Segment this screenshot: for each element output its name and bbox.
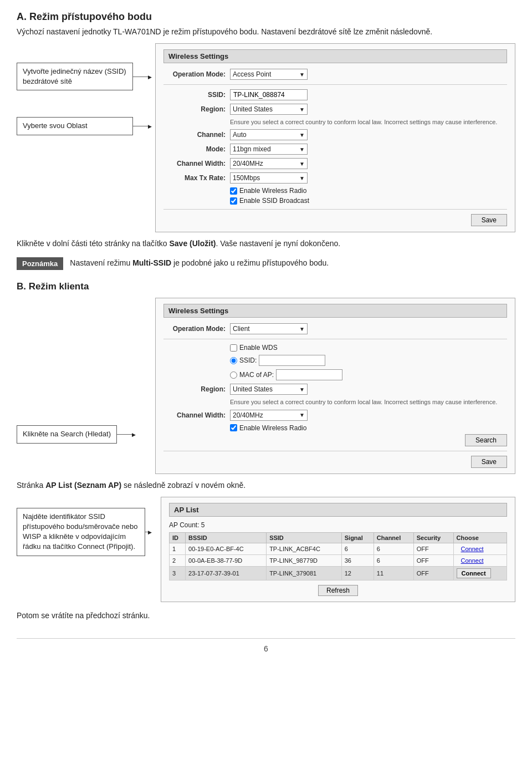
ap-list-left: Najděte identifikátor SSID přístupového … [17, 497, 150, 556]
cell-ssid: TP-LINK_98779D [267, 554, 342, 566]
col-channel: Channel [374, 532, 413, 543]
ws1-operation-mode-row: Operation Mode: Access Point ▼ [163, 69, 507, 80]
connect-button-1[interactable]: Connect [457, 545, 488, 553]
select-arrow-icon: ▼ [299, 72, 305, 78]
section-a-title: A. Režim přístupového bodu [17, 11, 515, 23]
outro-text: Potom se vrátíte na předchozí stránku. [17, 610, 515, 622]
ws2-channel-width-row: Channel Width: 20/40MHz ▼ [163, 410, 507, 421]
ssid-text-input[interactable] [259, 355, 325, 366]
ws1-channel-width-select[interactable]: 20/40MHz ▼ [230, 158, 308, 169]
note-box: Poznámka Nastavení režimu Multi-SSID je … [17, 257, 515, 270]
mac-radio-label: MAC of AP: [239, 371, 274, 379]
ws2-channel-width-label: Channel Width: [163, 411, 230, 419]
ws1-save-button[interactable]: Save [471, 214, 507, 226]
cell-id: 2 [170, 554, 186, 566]
save-instruction: Klikněte v dolní části této stránky na t… [17, 238, 515, 249]
wireless-settings-box-2: Wireless Settings Operation Mode: Client… [155, 298, 515, 473]
section-b-left: Klikněte na Search (Hledat) ▶ [17, 298, 150, 443]
find-annotation-row: Najděte identifikátor SSID přístupového … [17, 508, 150, 556]
ws1-max-tx-label: Max Tx Rate: [163, 174, 230, 182]
ap-list-section: Najděte identifikátor SSID přístupového … [17, 497, 515, 602]
search-button[interactable]: Search [465, 434, 507, 446]
ws1-operation-mode-label: Operation Mode: [163, 70, 230, 78]
section-a-intro: Výchozí nastavení jednotky TL-WA701ND je… [17, 26, 515, 38]
ws1-mode-row: Mode: 11bgn mixed ▼ [163, 144, 507, 155]
region-annotation-box: Vyberte svou Oblast [17, 117, 133, 135]
enable-wireless-checkbox[interactable] [230, 187, 237, 195]
ws1-checkbox2-row: Enable SSID Broadcast [230, 197, 507, 205]
cell-channel: 6 [374, 543, 413, 554]
cell-ssid: TP-LINK_ACBF4C [267, 543, 342, 554]
ws1-warning: Ensure you select a correct country to c… [230, 118, 507, 126]
select-arrow-icon-9: ▼ [299, 412, 305, 418]
search-annotation-row: Klikněte na Search (Hledat) ▶ [17, 425, 150, 443]
ws1-channel-label: Channel: [163, 131, 230, 139]
col-ssid: SSID [267, 532, 342, 543]
mac-text-input[interactable] [276, 369, 342, 380]
ws2-enable-wds-row: Enable WDS [230, 344, 507, 352]
ssid-arrow: ▶ [133, 77, 150, 77]
ws1-region-select[interactable]: United States ▼ [230, 104, 308, 115]
ws1-channel-row: Channel: Auto ▼ [163, 129, 507, 140]
ssid-radio[interactable] [230, 357, 237, 364]
region-arrow: ▶ [133, 126, 150, 126]
col-signal: Signal [341, 532, 374, 543]
ws1-mode-label: Mode: [163, 145, 230, 153]
connect-button-3[interactable]: Connect [457, 568, 491, 578]
ws2-channel-width-select[interactable]: 20/40MHz ▼ [230, 410, 308, 421]
section-a: A. Režim přístupového bodu Výchozí nasta… [17, 11, 515, 270]
ws1-channel-width-row: Channel Width: 20/40MHz ▼ [163, 158, 507, 169]
select-arrow-icon-2: ▼ [299, 106, 305, 113]
connect-button-2[interactable]: Connect [457, 557, 488, 564]
enable-ssid-broadcast-checkbox[interactable] [230, 197, 237, 205]
ws1-max-tx-row: Max Tx Rate: 150Mbps ▼ [163, 172, 507, 184]
ws2-operation-mode-label: Operation Mode: [163, 325, 230, 333]
select-arrow-icon-3: ▼ [299, 132, 305, 138]
ws2-operation-mode-row: Operation Mode: Client ▼ [163, 323, 507, 334]
cell-bssid: 00-0A-EB-38-77-9D [186, 554, 267, 566]
cell-signal: 12 [341, 566, 374, 580]
ws2-enable-wireless-checkbox[interactable] [230, 424, 237, 431]
region-annotation-row: Vyberte svou Oblast ▶ [17, 117, 150, 135]
ws1-max-tx-select[interactable]: 150Mbps ▼ [230, 172, 308, 184]
select-arrow-icon-5: ▼ [299, 161, 305, 167]
ws2-region-select[interactable]: United States ▼ [230, 384, 308, 395]
refresh-button[interactable]: Refresh [318, 585, 358, 596]
ws2-ssid-value: SSID: [230, 355, 325, 366]
ws1-header: Wireless Settings [163, 49, 507, 63]
ws1-mode-select[interactable]: 11bgn mixed ▼ [230, 144, 308, 155]
page-number: 6 [264, 644, 268, 653]
ws1-checkbox1-row: Enable Wireless Radio [230, 187, 507, 195]
note-text: Nastavení režimu Multi-SSID je podobné j… [70, 257, 329, 269]
table-row: 1 00-19-E0-AC-BF-4C TP-LINK_ACBF4C 6 6 O… [170, 543, 507, 554]
ssid-radio-label: SSID: [239, 357, 257, 364]
select-arrow-icon-4: ▼ [299, 146, 305, 152]
ap-count: AP Count: 5 [169, 521, 507, 529]
cell-choose[interactable]: Connect [453, 566, 507, 580]
ws1-channel-width-label: Channel Width: [163, 160, 230, 167]
table-row: 3 23-17-07-37-39-01 TP-LINK_379081 12 11… [170, 566, 507, 580]
ws2-operation-mode-select[interactable]: Client ▼ [230, 323, 308, 334]
mac-radio[interactable] [230, 371, 237, 379]
enable-wds-checkbox[interactable] [230, 344, 237, 352]
cell-ssid: TP-LINK_379081 [267, 566, 342, 580]
ws1-channel-select[interactable]: Auto ▼ [230, 129, 308, 140]
select-arrow-icon-6: ▼ [299, 175, 305, 181]
ws2-save-button[interactable]: Save [471, 456, 507, 468]
cell-bssid: 00-19-E0-AC-BF-4C [186, 543, 267, 554]
cell-choose[interactable]: Connect [453, 543, 507, 554]
cell-id: 3 [170, 566, 186, 580]
ws1-save-row: Save [163, 214, 507, 226]
ws1-region-label: Region: [163, 105, 230, 113]
ws1-ssid-input[interactable] [230, 89, 308, 100]
ssid-annotation-box: Vytvořte jedinečný název (SSID) bezdráto… [17, 63, 133, 90]
find-arrow: ▶ [145, 532, 150, 532]
cell-id: 1 [170, 543, 186, 554]
wireless-settings-box-1: Wireless Settings Operation Mode: Access… [155, 43, 515, 232]
search-arrow: ▶ [117, 434, 134, 435]
ws1-operation-mode-select[interactable]: Access Point ▼ [230, 69, 308, 80]
ws2-warning: Ensure you select a correct country to c… [230, 398, 507, 406]
cell-choose[interactable]: Connect [453, 554, 507, 566]
select-arrow-icon-8: ▼ [299, 386, 305, 393]
ws2-enable-wireless-row: Enable Wireless Radio [230, 424, 507, 432]
